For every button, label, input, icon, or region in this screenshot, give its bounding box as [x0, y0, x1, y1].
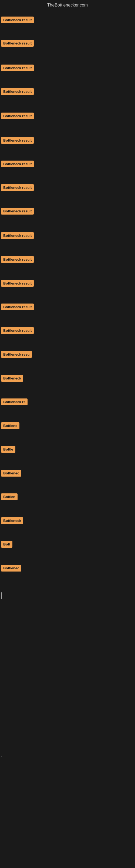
bottleneck-item: Bottleneck result — [1, 88, 34, 96]
bottleneck-item: Bottleneck result — [1, 113, 34, 120]
bottleneck-badge[interactable]: Bottleneck result — [1, 88, 34, 95]
bottleneck-badge[interactable]: Bottleneck result — [1, 208, 34, 215]
bottleneck-badge[interactable]: Bottleneck result — [1, 256, 34, 263]
small-indicator: ▪ — [1, 755, 2, 758]
bottleneck-badge[interactable]: Bottleneck result — [1, 280, 34, 287]
bottleneck-item: Bottlenec — [1, 565, 21, 572]
bottleneck-badge[interactable]: Bottleneck — [1, 375, 23, 382]
bottleneck-badge[interactable]: Bottleneck result — [1, 113, 34, 119]
bottleneck-badge[interactable]: Bottlenec — [1, 565, 21, 571]
bottleneck-badge[interactable]: Bottlen — [1, 493, 17, 500]
bottleneck-item: Bottleneck result — [1, 161, 34, 168]
bottleneck-item: Bottleneck — [1, 375, 23, 383]
bottleneck-badge[interactable]: Bottlenec — [1, 470, 21, 476]
bottleneck-item: Bottleneck result — [1, 304, 34, 311]
bottleneck-item: Bottleneck — [1, 517, 23, 525]
bottleneck-badge[interactable]: Bottleneck re — [1, 399, 28, 405]
bottleneck-item: Bottlenec — [1, 470, 21, 478]
bottleneck-item: Bottleneck result — [1, 256, 34, 264]
bottleneck-item: Bottleneck result — [1, 280, 34, 288]
bottleneck-badge[interactable]: Bottleneck result — [1, 184, 34, 191]
bottleneck-badge[interactable]: Bottlene — [1, 422, 19, 429]
bottleneck-badge[interactable]: Bottleneck result — [1, 40, 34, 46]
bottleneck-item: Bottleneck re — [1, 399, 28, 406]
bottleneck-item: Bottleneck result — [1, 17, 34, 24]
cursor-line — [1, 592, 2, 599]
bottleneck-item: Bottleneck result — [1, 208, 34, 216]
bottleneck-item: Bottleneck result — [1, 232, 34, 240]
bottleneck-item: Bottleneck resu — [1, 351, 32, 359]
site-title: TheBottlenecker.com — [0, 0, 135, 9]
bottleneck-item: Bottleneck result — [1, 327, 34, 335]
bottleneck-badge[interactable]: Bottleneck — [1, 517, 23, 524]
bottleneck-item: Bottleneck result — [1, 65, 34, 72]
bottleneck-badge[interactable]: Bottleneck result — [1, 65, 34, 71]
bottleneck-item: Bottle — [1, 446, 15, 454]
bottleneck-badge[interactable]: Bottleneck result — [1, 232, 34, 239]
page-wrapper: TheBottlenecker.com Bottleneck resultBot… — [0, 0, 135, 868]
bottleneck-item: Bottleneck result — [1, 40, 34, 48]
bottleneck-badge[interactable]: Bottleneck result — [1, 17, 34, 23]
items-container: Bottleneck resultBottleneck resultBottle… — [0, 9, 135, 850]
bottleneck-badge[interactable]: Bottleneck result — [1, 327, 34, 334]
bottleneck-badge[interactable]: Bottleneck resu — [1, 351, 32, 358]
bottleneck-badge[interactable]: Bottleneck result — [1, 304, 34, 310]
bottleneck-item: Bottlen — [1, 493, 17, 501]
bottleneck-item: Bottlene — [1, 422, 19, 430]
bottleneck-badge[interactable]: Bottleneck result — [1, 161, 34, 167]
bottleneck-item: Bottleneck result — [1, 137, 34, 145]
bottleneck-badge[interactable]: Bott — [1, 541, 12, 548]
bottleneck-item: Bottleneck result — [1, 184, 34, 192]
bottleneck-badge[interactable]: Bottleneck result — [1, 137, 34, 144]
bottleneck-item: Bott — [1, 541, 12, 549]
bottleneck-badge[interactable]: Bottle — [1, 446, 15, 453]
